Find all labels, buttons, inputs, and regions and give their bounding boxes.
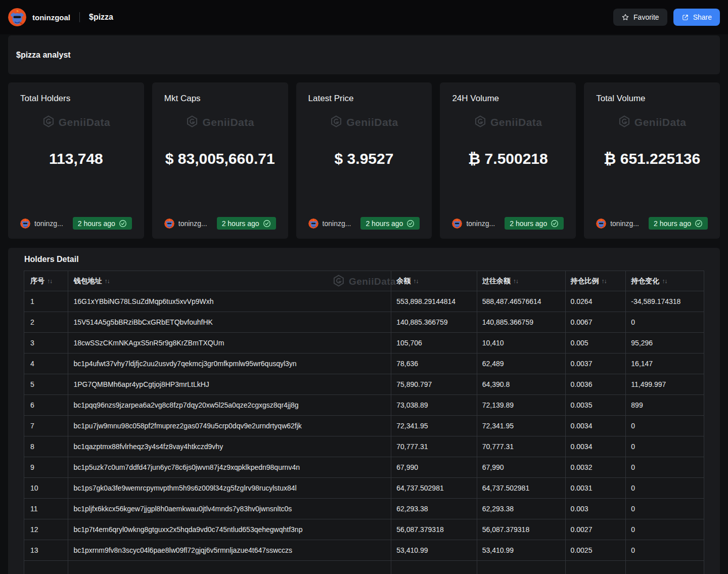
time-badge-label: 2 hours ago — [366, 219, 403, 228]
stat-card-value: $ 83,005,660.71 — [164, 150, 276, 168]
cell-balance: 70,777.31 — [391, 436, 477, 457]
column-header[interactable]: 持仓变化↑↓ — [626, 271, 704, 291]
cell-previous-balance: 56,087.379318 — [477, 519, 565, 540]
cell-wallet-address: bc1p7t4em6qryl0wkng8gtguxx2x5hqda9vd0c74… — [68, 519, 391, 540]
cell-previous-balance: 72,139.89 — [477, 395, 565, 416]
cell-balance: 72,341.95 — [391, 416, 477, 436]
profile-avatar-image — [452, 218, 462, 229]
cell-balance: 75,890.797 — [391, 374, 477, 395]
stat-card: Total Holders GeniiData 113,748 toninzg.… — [8, 82, 144, 239]
stat-card-title: Latest Price — [308, 94, 420, 104]
holders-table-wrap: GeniiData 序号↑↓ 钱包地址↑↓ 余额↑↓ 过往余额↑↓ 持仓比例↑↓… — [24, 271, 704, 574]
cell-balance: 73,038.89 — [391, 395, 477, 416]
column-header-label: 余额 — [396, 277, 411, 285]
geniidata-logo-slot — [186, 115, 199, 130]
cell-holding-change: 0 — [626, 457, 704, 478]
table-row: 10 bc1ps7gk0a3fe9wemrcpymvpthm5h9s6z009l… — [24, 478, 704, 499]
cell-holding-ratio: 0.003 — [565, 499, 626, 519]
table-row: 12 bc1p7t4em6qryl0wkng8gtguxx2x5hqda9vd0… — [24, 519, 704, 540]
stat-card-footer: toninzg... 2 hours ago — [164, 217, 276, 230]
cell-balance: 64,737.502981 — [391, 478, 477, 499]
share-label: Share — [693, 13, 712, 21]
user-avatar[interactable] — [8, 8, 26, 26]
column-header[interactable]: 余额↑↓ — [391, 271, 477, 291]
table-row: 3 18cwSSzCKmNKAgxS5nR5r9g8KrZBmTXQUm 105… — [24, 333, 704, 354]
cell-balance: 53,410.99 — [391, 540, 477, 561]
stat-card-title: 24H Volume — [452, 94, 564, 104]
stat-card-title: Total Holders — [20, 94, 132, 104]
time-badge: 2 hours ago — [649, 217, 708, 230]
column-header-label: 持仓变化 — [631, 277, 659, 285]
cell-wallet-address: 15V514A5g5bBRziBbCxGRbETQbvfouhfHK — [68, 312, 391, 333]
profile-avatar-image — [164, 218, 174, 229]
cell-holding-change: 0 — [626, 416, 704, 436]
geniidata-watermark: GeniiData — [20, 115, 132, 130]
cell-wallet-address: bc1pljfx6kkcx56kgew7jjgpl8h0aemkwau0jtlv… — [68, 499, 391, 519]
cell-balance: 56,087.379318 — [391, 519, 477, 540]
table-row: 2 15V514A5g5bBRziBbCxGRbETQbvfouhfHK 140… — [24, 312, 704, 333]
favorite-button[interactable]: Favorite — [613, 9, 667, 26]
cell-holding-ratio: 0.0025 — [565, 540, 626, 561]
table-row: 9 bc1p5uzk7c0um7ddfd47jun6yc78c6js0jwvn8… — [24, 457, 704, 478]
cell-wallet-address: bc1pu7jw9mnu98c058pf2fmuprez2gas0749u5cr… — [68, 416, 391, 436]
geniidata-logo-slot — [330, 115, 343, 130]
geniidata-watermark-text: GeniiData — [202, 116, 254, 128]
cell-holding-ratio: 0.0034 — [565, 416, 626, 436]
cell-previous-balance: 588,487.46576614 — [477, 291, 565, 312]
geniidata-logo-slot — [42, 115, 55, 130]
column-header-label: 过往余额 — [482, 277, 511, 285]
cell-holding-ratio: 0.0034 — [565, 436, 626, 457]
column-header[interactable]: 钱包地址↑↓ — [68, 271, 391, 291]
stat-card-title: Total Volume — [596, 94, 708, 104]
table-row: 7 bc1pu7jw9mnu98c058pf2fmuprez2gas0749u5… — [24, 416, 704, 436]
column-header[interactable]: 过往余额↑↓ — [477, 271, 565, 291]
sort-arrows-icon: ↑↓ — [47, 278, 52, 285]
check-circle-icon — [551, 219, 559, 228]
holders-table: 序号↑↓ 钱包地址↑↓ 余额↑↓ 过往余额↑↓ 持仓比例↑↓ 持仓变化↑↓ 1 … — [24, 271, 704, 574]
sort-arrows-icon: ↑↓ — [413, 278, 418, 285]
column-header[interactable]: 序号↑↓ — [24, 271, 68, 291]
time-badge: 2 hours ago — [73, 217, 132, 230]
cell-index — [24, 561, 68, 574]
time-badge: 2 hours ago — [360, 217, 420, 230]
footer-username: toninzg... — [466, 219, 495, 228]
favorite-label: Favorite — [633, 13, 659, 21]
cell-holding-ratio: 0.0067 — [565, 312, 626, 333]
stat-card: 24H Volume GeniiData ₿ 7.500218 toninzg.… — [440, 82, 576, 239]
time-badge-label: 2 hours ago — [654, 219, 691, 228]
cell-previous-balance: 70,777.31 — [477, 436, 565, 457]
cell-wallet-address: 16G1xYBbiNG78LSuZdMqp6tux5xvVp9Wxh — [68, 291, 391, 312]
cell-holding-change: 899 — [626, 395, 704, 416]
cell-balance — [391, 561, 477, 574]
cell-previous-balance: 64,737.502981 — [477, 478, 565, 499]
cell-index: 4 — [24, 354, 68, 374]
cell-index: 6 — [24, 395, 68, 416]
column-header[interactable]: 持仓比例↑↓ — [565, 271, 626, 291]
cell-index: 2 — [24, 312, 68, 333]
geniidata-logo-slot — [474, 115, 487, 130]
cell-holding-ratio: 0.0027 — [565, 519, 626, 540]
cell-wallet-address: bc1p5uzk7c0um7ddfd47jun6yc78c6js0jwvn87j… — [68, 457, 391, 478]
cell-previous-balance: 10,410 — [477, 333, 565, 354]
geniidata-logo-icon — [186, 115, 199, 128]
header-divider — [79, 12, 80, 22]
cell-previous-balance: 62,489 — [477, 354, 565, 374]
cell-previous-balance: 140,885.366759 — [477, 312, 565, 333]
page-title-panel: $pizza analyst — [8, 35, 720, 74]
stat-card: Mkt Caps GeniiData $ 83,005,660.71 tonin… — [152, 82, 288, 239]
cell-previous-balance: 53,410.99 — [477, 540, 565, 561]
geniidata-watermark-text: GeniiData — [346, 116, 398, 128]
stat-card-value: ₿ 651.225136 — [596, 150, 708, 168]
cell-wallet-address: 18cwSSzCKmNKAgxS5nR5r9g8KrZBmTXQUm — [68, 333, 391, 354]
cell-holding-change: 0 — [626, 499, 704, 519]
token-title: $pizza — [89, 13, 113, 22]
time-badge: 2 hours ago — [217, 217, 276, 230]
cell-wallet-address: bc1p4ufwt37vhy7ldjfjc2uu2usvdy7qekmcj3gr… — [68, 354, 391, 374]
check-circle-icon — [695, 219, 703, 228]
cell-index: 10 — [24, 478, 68, 499]
username[interactable]: toninzgoal — [32, 13, 70, 22]
share-button[interactable]: Share — [673, 9, 720, 26]
table-row: 5 1PG7QMBMh6apr4ypCgtjoj8HP3mrLtLkHJ 75,… — [24, 374, 704, 395]
cell-holding-change: 0 — [626, 312, 704, 333]
cell-holding-ratio: 0.0035 — [565, 395, 626, 416]
